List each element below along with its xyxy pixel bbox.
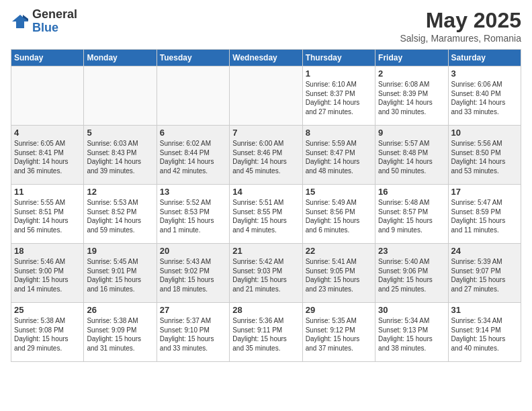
- day-cell: 22Sunrise: 5:41 AM Sunset: 9:05 PM Dayli…: [302, 244, 375, 303]
- day-info: Sunrise: 6:03 AM Sunset: 8:43 PM Dayligh…: [87, 139, 153, 175]
- day-cell: [230, 66, 302, 126]
- day-info: Sunrise: 5:49 AM Sunset: 8:56 PM Dayligh…: [306, 198, 372, 234]
- day-cell: 25Sunrise: 5:38 AM Sunset: 9:08 PM Dayli…: [11, 303, 84, 362]
- day-cell: 21Sunrise: 5:42 AM Sunset: 9:03 PM Dayli…: [230, 244, 302, 303]
- day-cell: 27Sunrise: 5:37 AM Sunset: 9:10 PM Dayli…: [157, 303, 229, 362]
- day-info: Sunrise: 5:59 AM Sunset: 8:47 PM Dayligh…: [306, 139, 372, 175]
- day-cell: 3Sunrise: 6:06 AM Sunset: 8:40 PM Daylig…: [448, 66, 521, 126]
- day-info: Sunrise: 6:05 AM Sunset: 8:41 PM Dayligh…: [14, 139, 81, 175]
- day-number: 5: [87, 128, 153, 138]
- logo-icon: [11, 12, 30, 31]
- day-cell: 29Sunrise: 5:35 AM Sunset: 9:12 PM Dayli…: [302, 303, 375, 362]
- col-wednesday: Wednesday: [230, 50, 302, 66]
- day-info: Sunrise: 5:41 AM Sunset: 9:05 PM Dayligh…: [306, 257, 372, 293]
- day-cell: 23Sunrise: 5:40 AM Sunset: 9:06 PM Dayli…: [375, 244, 448, 303]
- day-info: Sunrise: 5:38 AM Sunset: 9:08 PM Dayligh…: [14, 316, 81, 353]
- day-number: 29: [306, 305, 372, 315]
- day-number: 25: [14, 305, 81, 315]
- day-number: 31: [451, 305, 518, 315]
- day-cell: 26Sunrise: 5:38 AM Sunset: 9:09 PM Dayli…: [84, 303, 157, 362]
- col-sunday: Sunday: [11, 50, 84, 66]
- day-info: Sunrise: 5:36 AM Sunset: 9:11 PM Dayligh…: [232, 316, 299, 353]
- day-info: Sunrise: 5:34 AM Sunset: 9:14 PM Dayligh…: [451, 316, 518, 353]
- day-cell: 11Sunrise: 5:55 AM Sunset: 8:51 PM Dayli…: [11, 185, 84, 244]
- logo-general-text: General: [32, 8, 77, 21]
- page: General Blue May 2025 Salsig, Maramures,…: [0, 0, 532, 411]
- week-row-4: 18Sunrise: 5:46 AM Sunset: 9:00 PM Dayli…: [11, 244, 521, 303]
- day-number: 21: [232, 246, 299, 256]
- day-info: Sunrise: 6:00 AM Sunset: 8:46 PM Dayligh…: [232, 139, 299, 175]
- day-info: Sunrise: 6:08 AM Sunset: 8:39 PM Dayligh…: [378, 80, 445, 116]
- day-cell: [11, 66, 84, 126]
- day-info: Sunrise: 5:51 AM Sunset: 8:55 PM Dayligh…: [232, 198, 299, 234]
- calendar-table: Sunday Monday Tuesday Wednesday Thursday…: [11, 49, 521, 362]
- day-cell: 16Sunrise: 5:48 AM Sunset: 8:57 PM Dayli…: [375, 185, 448, 244]
- day-info: Sunrise: 5:46 AM Sunset: 9:00 PM Dayligh…: [14, 257, 81, 293]
- col-tuesday: Tuesday: [157, 50, 229, 66]
- day-number: 3: [451, 68, 518, 79]
- day-number: 13: [160, 187, 226, 197]
- day-number: 6: [160, 128, 226, 138]
- month-title: May 2025: [400, 8, 521, 33]
- day-number: 28: [232, 305, 299, 315]
- day-info: Sunrise: 6:10 AM Sunset: 8:37 PM Dayligh…: [306, 80, 372, 116]
- logo-blue-text: Blue: [32, 21, 77, 35]
- day-cell: 20Sunrise: 5:43 AM Sunset: 9:02 PM Dayli…: [157, 244, 229, 303]
- day-info: Sunrise: 5:55 AM Sunset: 8:51 PM Dayligh…: [14, 198, 81, 234]
- day-cell: 8Sunrise: 5:59 AM Sunset: 8:47 PM Daylig…: [302, 126, 375, 185]
- header: General Blue May 2025 Salsig, Maramures,…: [11, 8, 521, 44]
- day-cell: 17Sunrise: 5:47 AM Sunset: 8:59 PM Dayli…: [448, 185, 521, 244]
- day-number: 12: [87, 187, 153, 197]
- day-number: 7: [232, 128, 299, 138]
- day-number: 22: [306, 246, 372, 256]
- day-cell: [157, 66, 229, 126]
- day-cell: 15Sunrise: 5:49 AM Sunset: 8:56 PM Dayli…: [302, 185, 375, 244]
- day-cell: 4Sunrise: 6:05 AM Sunset: 8:41 PM Daylig…: [11, 126, 84, 185]
- day-info: Sunrise: 6:06 AM Sunset: 8:40 PM Dayligh…: [451, 80, 518, 116]
- col-friday: Friday: [375, 50, 448, 66]
- day-cell: 30Sunrise: 5:34 AM Sunset: 9:13 PM Dayli…: [375, 303, 448, 362]
- day-info: Sunrise: 5:43 AM Sunset: 9:02 PM Dayligh…: [160, 257, 226, 293]
- day-number: 24: [451, 246, 518, 256]
- day-cell: 6Sunrise: 6:02 AM Sunset: 8:44 PM Daylig…: [157, 126, 229, 185]
- day-number: 18: [14, 246, 81, 256]
- day-info: Sunrise: 5:39 AM Sunset: 9:07 PM Dayligh…: [451, 257, 518, 293]
- day-number: 11: [14, 187, 81, 197]
- day-cell: 7Sunrise: 6:00 AM Sunset: 8:46 PM Daylig…: [230, 126, 302, 185]
- day-number: 14: [232, 187, 299, 197]
- day-number: 17: [451, 187, 518, 197]
- day-number: 10: [451, 128, 518, 138]
- day-cell: 2Sunrise: 6:08 AM Sunset: 8:39 PM Daylig…: [375, 66, 448, 126]
- day-cell: 18Sunrise: 5:46 AM Sunset: 9:00 PM Dayli…: [11, 244, 84, 303]
- day-cell: 12Sunrise: 5:53 AM Sunset: 8:52 PM Dayli…: [84, 185, 157, 244]
- week-row-5: 25Sunrise: 5:38 AM Sunset: 9:08 PM Dayli…: [11, 303, 521, 362]
- header-row: Sunday Monday Tuesday Wednesday Thursday…: [11, 50, 521, 66]
- day-info: Sunrise: 5:37 AM Sunset: 9:10 PM Dayligh…: [160, 316, 226, 353]
- logo: General Blue: [11, 8, 77, 35]
- day-number: 23: [378, 246, 445, 256]
- day-number: 26: [87, 305, 153, 315]
- location: Salsig, Maramures, Romania: [400, 33, 521, 44]
- day-info: Sunrise: 5:35 AM Sunset: 9:12 PM Dayligh…: [306, 316, 372, 353]
- day-info: Sunrise: 5:38 AM Sunset: 9:09 PM Dayligh…: [87, 316, 153, 353]
- day-number: 15: [306, 187, 372, 197]
- day-cell: 28Sunrise: 5:36 AM Sunset: 9:11 PM Dayli…: [230, 303, 302, 362]
- day-cell: 24Sunrise: 5:39 AM Sunset: 9:07 PM Dayli…: [448, 244, 521, 303]
- day-number: 8: [306, 128, 372, 138]
- day-number: 30: [378, 305, 445, 315]
- col-saturday: Saturday: [448, 50, 521, 66]
- day-number: 9: [378, 128, 445, 138]
- day-info: Sunrise: 5:42 AM Sunset: 9:03 PM Dayligh…: [232, 257, 299, 293]
- week-row-3: 11Sunrise: 5:55 AM Sunset: 8:51 PM Dayli…: [11, 185, 521, 244]
- day-number: 27: [160, 305, 226, 315]
- day-number: 4: [14, 128, 81, 138]
- day-cell: 13Sunrise: 5:52 AM Sunset: 8:53 PM Dayli…: [157, 185, 229, 244]
- day-info: Sunrise: 5:52 AM Sunset: 8:53 PM Dayligh…: [160, 198, 226, 234]
- day-cell: 10Sunrise: 5:56 AM Sunset: 8:50 PM Dayli…: [448, 126, 521, 185]
- week-row-1: 1Sunrise: 6:10 AM Sunset: 8:37 PM Daylig…: [11, 66, 521, 126]
- day-cell: [84, 66, 157, 126]
- day-info: Sunrise: 6:02 AM Sunset: 8:44 PM Dayligh…: [160, 139, 226, 175]
- day-info: Sunrise: 5:57 AM Sunset: 8:48 PM Dayligh…: [378, 139, 445, 175]
- day-info: Sunrise: 5:47 AM Sunset: 8:59 PM Dayligh…: [451, 198, 518, 234]
- title-area: May 2025 Salsig, Maramures, Romania: [400, 8, 521, 44]
